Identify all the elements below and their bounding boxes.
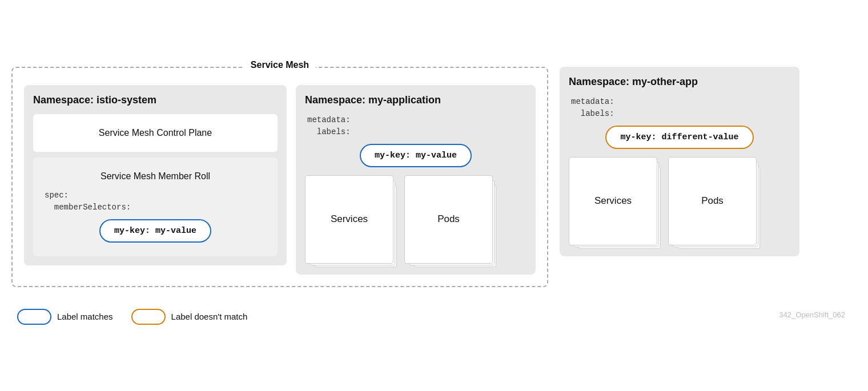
namespace-my-other-app: Namespace: my-other-app metadata: labels… (560, 67, 799, 256)
otherapp-label-pill: my-key: different-value (605, 126, 753, 149)
legend-orange-pill (131, 309, 166, 325)
myapp-services-stack: Services (305, 175, 395, 265)
control-plane-label: Service Mesh Control Plane (99, 128, 212, 138)
legend-label-no-match: Label doesn't match (131, 309, 248, 325)
myapp-services-label: Services (331, 213, 368, 225)
otherapp-pods-stack: Pods (668, 157, 758, 247)
otherapp-pods-front: Pods (668, 157, 757, 245)
namespace-otherapp-title: Namespace: my-other-app (569, 76, 790, 88)
istio-label-pill: my-key: my-value (99, 219, 211, 243)
bottom-row: Label matches Label doesn't match 342_Op… (11, 293, 857, 325)
legend-blue-pill (17, 309, 51, 325)
otherapp-cards-row: Services Pods (569, 157, 790, 247)
legend-matches-text: Label matches (57, 312, 113, 321)
service-mesh-box: Service Mesh Namespace: istio-system Ser… (11, 67, 548, 287)
namespace-myapp-title: Namespace: my-application (305, 94, 527, 106)
legend: Label matches Label doesn't match (11, 309, 247, 325)
member-roll-box: Service Mesh Member Roll spec: memberSel… (33, 158, 278, 256)
namespace-istio-title: Namespace: istio-system (33, 94, 278, 106)
otherapp-services-label: Services (594, 195, 632, 207)
otherapp-metadata: metadata: labels: (571, 96, 790, 120)
myapp-pods-front: Pods (404, 175, 493, 264)
myapp-cards-row: Services Pods (305, 175, 527, 265)
diagram-wrapper: Service Mesh Namespace: istio-system Ser… (11, 67, 857, 325)
otherapp-pods-label: Pods (701, 195, 724, 207)
myapp-pods-stack: Pods (404, 175, 495, 265)
legend-no-match-text: Label doesn't match (171, 312, 248, 321)
myapp-label-pill: my-key: my-value (360, 144, 472, 167)
control-plane-box: Service Mesh Control Plane (33, 114, 278, 152)
member-roll-title: Service Mesh Member Roll (101, 171, 210, 182)
otherapp-services-front: Services (569, 157, 657, 245)
spec-text: spec: memberSelectors: (45, 190, 131, 213)
otherapp-services-stack: Services (569, 157, 659, 247)
myapp-services-front: Services (305, 175, 393, 264)
namespace-istio-system: Namespace: istio-system Service Mesh Con… (24, 85, 287, 265)
myapp-metadata: metadata: labels: (307, 114, 527, 138)
watermark: 342_OpenShift_062 (779, 311, 845, 319)
main-container: Service Mesh Namespace: istio-system Ser… (11, 67, 857, 325)
diagram-area: Service Mesh Namespace: istio-system Ser… (11, 67, 857, 287)
namespace-my-application: Namespace: my-application metadata: labe… (296, 85, 536, 275)
myapp-pods-label: Pods (437, 213, 460, 225)
service-mesh-label: Service Mesh (244, 60, 316, 70)
legend-label-matches: Label matches (17, 309, 113, 325)
